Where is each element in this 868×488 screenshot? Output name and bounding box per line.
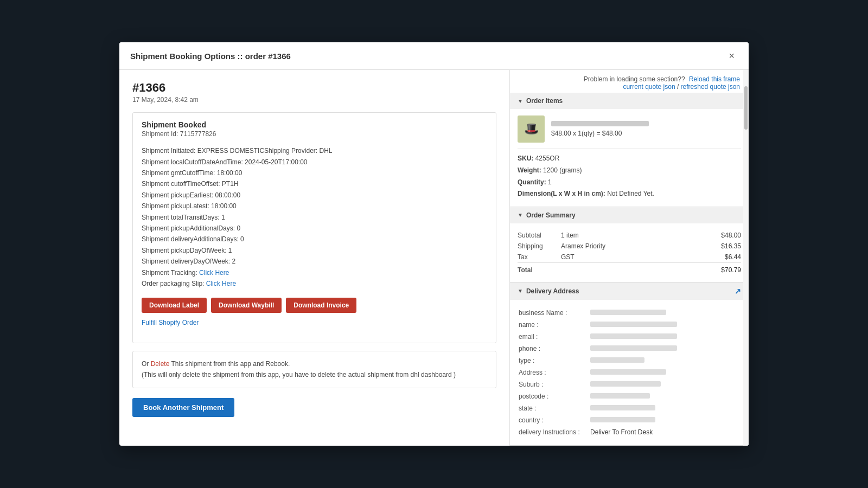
postcode-label: postcode : bbox=[519, 391, 589, 402]
order-summary-section: ▼ Order Summary Subtotal 1 item $48.00 bbox=[510, 207, 749, 282]
shipment-details: Shipment Initiated: EXPRESS DOMESTICShip… bbox=[142, 145, 487, 289]
detail-line-4: Shipment pickupEarliest: 08:00:00 bbox=[142, 190, 487, 201]
external-link-icon[interactable]: ↗ bbox=[735, 287, 741, 296]
country-label: country : bbox=[519, 415, 589, 426]
address-label: Address : bbox=[519, 367, 589, 378]
delivery-address-header: ▼ Delivery Address ↗ bbox=[510, 282, 749, 300]
item-info: $48.00 x 1(qty) = $48.00 bbox=[551, 121, 649, 137]
addr-phone-row: phone : bbox=[519, 343, 740, 354]
addr-business-name-row: business Name : bbox=[519, 307, 740, 318]
delete-link[interactable]: Delete bbox=[151, 360, 170, 368]
subtotal-label: Subtotal bbox=[518, 230, 561, 241]
modal-body: #1366 17 May, 2024, 8:42 am Shipment Boo… bbox=[119, 70, 749, 445]
weight-value: 1200 (grams) bbox=[543, 166, 582, 174]
addr-delivery-instructions-row: delivery Instructions : Deliver To Front… bbox=[519, 427, 740, 438]
total-label: Total bbox=[518, 262, 561, 275]
reload-frame-link[interactable]: Reload this frame bbox=[689, 75, 740, 83]
suburb-label: Suburb : bbox=[519, 379, 589, 390]
tax-value: $6.44 bbox=[685, 252, 741, 263]
suburb-value bbox=[590, 381, 661, 387]
addr-state-row: state : bbox=[519, 403, 740, 414]
addr-address-row: Address : bbox=[519, 367, 740, 378]
order-items-section: ▼ Order Items 🎩 $48.00 x 1(qty) = $48.00 bbox=[510, 93, 749, 207]
business-name-value bbox=[590, 310, 666, 315]
detail-line-0: Shipment Initiated: EXPRESS DOMESTICShip… bbox=[142, 145, 487, 156]
left-panel: #1366 17 May, 2024, 8:42 am Shipment Boo… bbox=[119, 70, 510, 445]
detail-line-9: Shipment pickupDayOfWeek: 1 bbox=[142, 245, 487, 256]
order-summary-header: ▼ Order Summary bbox=[510, 207, 749, 223]
weight-row: Weight: 1200 (grams) bbox=[518, 165, 741, 177]
tracking-link[interactable]: Click Here bbox=[199, 269, 229, 277]
addr-country-row: country : bbox=[519, 415, 740, 426]
summary-total-row: Total $70.79 bbox=[518, 262, 741, 275]
item-price: $48.00 x 1(qty) = $48.00 bbox=[551, 130, 649, 137]
order-summary-arrow: ▼ bbox=[518, 212, 523, 218]
tax-middle: GST bbox=[561, 252, 685, 263]
summary-subtotal-row: Subtotal 1 item $48.00 bbox=[518, 230, 741, 241]
item-title-bar bbox=[551, 121, 649, 126]
download-invoice-button[interactable]: Download Invoice bbox=[286, 298, 356, 313]
right-panel: Problem in loading some section?? Reload… bbox=[510, 70, 749, 445]
item-image: 🎩 bbox=[518, 115, 545, 143]
modal-title: Shipment Booking Options :: order #1366 bbox=[130, 52, 291, 61]
modal-overlay: Shipment Booking Options :: order #1366 … bbox=[0, 0, 868, 488]
current-quote-link[interactable]: current quote json bbox=[623, 83, 675, 91]
summary-shipping-row: Shipping Aramex Priority $16.35 bbox=[518, 241, 741, 252]
detail-line-7: Shipment pickupAdditionalDays: 0 bbox=[142, 223, 487, 234]
download-buttons-row: Download Label Download Waybill Download… bbox=[142, 298, 487, 313]
shipment-booking-modal: Shipment Booking Options :: order #1366 … bbox=[119, 42, 749, 445]
rebook-section: Or Delete This shipment from this app an… bbox=[132, 351, 496, 388]
scrollbar-thumb[interactable] bbox=[744, 86, 748, 130]
addr-postcode-row: postcode : bbox=[519, 391, 740, 402]
delivery-address-section: ▼ Delivery Address ↗ business Name : bbox=[510, 282, 749, 446]
phone-label: phone : bbox=[519, 343, 589, 354]
delivery-address-body: business Name : name : email : bbox=[510, 300, 749, 445]
packaging-slip-link[interactable]: Click Here bbox=[206, 280, 236, 287]
download-waybill-button[interactable]: Download Waybill bbox=[211, 298, 282, 313]
delivery-instructions-value: Deliver To Front Desk bbox=[590, 427, 740, 438]
addr-name-row: name : bbox=[519, 319, 740, 330]
fulfill-shopify-link[interactable]: Fulfill Shopify Order bbox=[142, 319, 199, 326]
order-summary-label: Order Summary bbox=[526, 211, 576, 219]
modal-body-wrapper: #1366 17 May, 2024, 8:42 am Shipment Boo… bbox=[119, 70, 749, 445]
delivery-instructions-label: delivery Instructions : bbox=[519, 427, 589, 438]
state-label: state : bbox=[519, 403, 589, 414]
sku-value: 4255OR bbox=[535, 155, 560, 162]
detail-line-3: Shipment cutoffTimeOffset: PT1H bbox=[142, 178, 487, 189]
order-items-header: ▼ Order Items bbox=[510, 93, 749, 109]
sku-row: SKU: 4255OR bbox=[518, 153, 741, 165]
rebook-text: Or Delete This shipment from this app an… bbox=[142, 359, 487, 369]
order-items-body: 🎩 $48.00 x 1(qty) = $48.00 SKU: 4255OR W… bbox=[510, 109, 749, 206]
detail-line-1: Shipment localCutoffDateAndTime: 2024-05… bbox=[142, 157, 487, 168]
country-value bbox=[590, 417, 655, 422]
total-middle bbox=[561, 262, 685, 275]
email-label: email : bbox=[519, 331, 589, 342]
subtotal-middle: 1 item bbox=[561, 230, 685, 241]
tax-label: Tax bbox=[518, 252, 561, 263]
download-label-button[interactable]: Download Label bbox=[142, 298, 207, 313]
summary-table: Subtotal 1 item $48.00 Shipping Aramex P… bbox=[518, 230, 741, 275]
shipping-label: Shipping bbox=[518, 241, 561, 252]
problem-text: Problem in loading some section?? bbox=[584, 75, 685, 83]
modal-header: Shipment Booking Options :: order #1366 … bbox=[119, 42, 749, 70]
dimension-value: Not Defined Yet. bbox=[607, 190, 654, 197]
state-value bbox=[590, 405, 655, 410]
summary-tax-row: Tax GST $6.44 bbox=[518, 252, 741, 263]
type-label: type : bbox=[519, 355, 589, 366]
order-date: 17 May, 2024, 8:42 am bbox=[132, 96, 496, 104]
addr-suburb-row: Suburb : bbox=[519, 379, 740, 390]
refreshed-quote-link[interactable]: refreshed quote json bbox=[681, 83, 740, 91]
separator: / bbox=[677, 83, 681, 91]
close-button[interactable]: × bbox=[725, 50, 738, 62]
delivery-address-label: Delivery Address bbox=[526, 287, 579, 295]
shipment-id-text: Shipment Id: 7115777826 bbox=[142, 130, 487, 138]
business-name-label: business Name : bbox=[519, 307, 589, 318]
scrollbar[interactable] bbox=[743, 70, 749, 445]
book-another-shipment-button[interactable]: Book Another Shipment bbox=[132, 398, 234, 417]
type-value bbox=[590, 357, 644, 363]
quantity-row: Quantity: 1 bbox=[518, 177, 741, 189]
quantity-value: 1 bbox=[548, 178, 552, 186]
shipping-middle: Aramex Priority bbox=[561, 241, 685, 252]
order-items-arrow: ▼ bbox=[518, 98, 523, 104]
order-id: #1366 bbox=[132, 81, 496, 95]
